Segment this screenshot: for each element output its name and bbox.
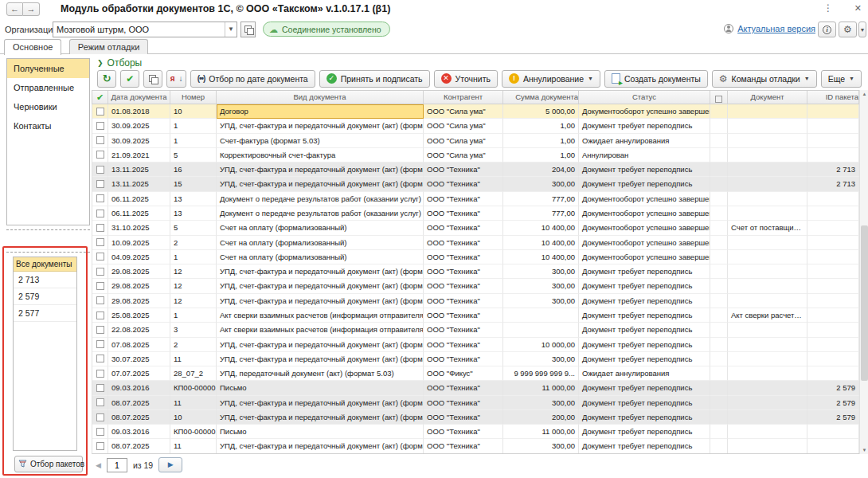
tab-main[interactable]: Основное [4,39,61,55]
sidebar-item[interactable]: Отправленные [7,78,89,97]
cell-number: 5 [170,221,217,235]
row-checkbox[interactable] [96,253,104,261]
cell-doc-type: УПД, счет-фактура и передаточный докумен… [217,338,424,352]
scroll-down-icon[interactable]: ▼ [860,448,868,453]
settings-button[interactable]: ⚙ [839,22,857,37]
prev-page-icon[interactable]: ◀ [96,461,101,469]
row-checkbox[interactable] [96,282,104,290]
sidebar-item[interactable]: Черновики [7,97,89,116]
column-header-doc-type[interactable]: Вид документа [217,91,424,104]
row-checkbox[interactable] [96,442,104,450]
table-row[interactable]: 13.11.2025 16 УПД, счет-фактура и переда… [92,163,859,177]
column-header-flag[interactable] [710,91,728,104]
column-header-document[interactable]: Документ [728,91,807,104]
table-row[interactable]: 25.08.2025 1 Акт сверки взаимных расчето… [92,308,859,323]
organization-input[interactable] [53,22,225,37]
table-row[interactable]: 08.07.2025 11 УПД, счет-фактура и переда… [92,396,859,410]
table-row[interactable]: 29.08.2025 12 УПД, счет-фактура и переда… [92,294,859,308]
window-options-button[interactable]: ▼ [858,22,866,37]
row-checkbox[interactable] [96,326,104,334]
table-row[interactable]: 29.08.2025 12 УПД, счет-фактура и переда… [92,279,859,293]
row-checkbox[interactable] [96,268,104,276]
row-checkbox[interactable] [96,370,104,378]
table-row[interactable]: 01.08.2018 10 Договор ООО "Сила ума" 5 0… [92,104,859,119]
sidebar-item[interactable]: Полученные [7,59,89,78]
table-row[interactable]: 22.08.2025 3 Акт сверки взаимных расчето… [92,323,859,337]
set-marks-button[interactable]: ✔ [120,70,139,88]
column-header-status[interactable]: Статус [579,91,710,104]
table-row[interactable]: 07.07.2025 28_07_2 УПД, передаточный док… [92,366,859,381]
copy-button[interactable] [143,70,162,88]
table-row[interactable]: 13.11.2025 15 УПД, счет-фактура и переда… [92,177,859,191]
table-row[interactable]: 30.09.2025 1 УПД, счет-фактура и передат… [92,119,859,133]
row-checkbox[interactable] [96,355,104,362]
table-row[interactable]: 29.08.2025 12 УПД, счет-фактура и переда… [92,264,859,279]
row-checkbox[interactable] [96,413,104,421]
cell-counterparty: ООО "Техника" [424,410,503,425]
tab-debug-mode[interactable]: Режим отладки [69,39,149,54]
chevron-down-icon[interactable]: ▼ [225,22,237,37]
create-documents-button[interactable]: Создать документы [604,70,708,88]
table-row[interactable]: 10.09.2025 2 Счет на оплату (формализова… [92,236,859,250]
scrollbar-thumb[interactable] [861,225,868,381]
close-icon[interactable]: ✕ [854,3,862,14]
table-row[interactable]: 09.03.2016 КП00-000001 Письмо ООО "Техни… [92,425,859,439]
row-checkbox[interactable] [96,151,104,159]
organization-open-button[interactable] [240,22,256,37]
row-checkbox[interactable] [96,384,104,392]
refresh-button[interactable]: ↻ [97,70,116,88]
clarify-button[interactable]: ✕ Уточнить [434,70,498,88]
row-checkbox[interactable] [96,166,104,174]
sidebar-item[interactable]: Контакты [7,116,89,135]
vertical-scrollbar[interactable]: ▲ ▼ [859,90,868,454]
row-checkbox[interactable] [96,311,104,319]
accept-and-sign-button[interactable]: ✓ Принять и подписать [319,70,430,88]
table-row[interactable]: 09.03.2016 КП00-000001 Письмо ООО "Техни… [92,381,859,395]
forward-button[interactable]: → [23,2,40,16]
sidebar-splitter-top[interactable] [6,229,90,230]
column-header-counterparty[interactable]: Контрагент [424,91,503,104]
page-number-input[interactable] [107,458,127,472]
scroll-up-icon[interactable]: ▲ [860,92,868,96]
row-checkbox[interactable] [96,296,104,304]
filters-group-header[interactable]: ❯ Отборы [97,57,142,69]
next-page-button[interactable]: ▶ [158,457,182,472]
row-checkbox[interactable] [96,398,104,406]
select-all-header[interactable]: ✔ [92,91,108,104]
table-row[interactable]: 06.11.2025 13 Документ о передаче резуль… [92,206,859,221]
table-row[interactable]: 31.10.2025 5 Счет на оплату (формализова… [92,221,859,235]
row-checkbox[interactable] [96,238,104,246]
table-row[interactable]: 04.09.2025 1 Счет на оплату (формализова… [92,250,859,264]
info-button[interactable]: i [818,22,836,37]
row-checkbox[interactable] [96,340,104,348]
row-checkbox[interactable] [96,210,104,217]
row-checkbox[interactable] [96,108,104,116]
cell-counterparty: ООО "Техника" [424,206,503,221]
column-header-date[interactable]: Дата документа [108,91,170,104]
row-checkbox[interactable] [96,428,104,436]
table-row[interactable]: 21.09.2021 5 Корректировочный счет-факту… [92,148,859,163]
debug-commands-button[interactable]: ⚙ Команды отладки ▼ [712,70,817,88]
table-row[interactable]: 08.07.2025 11 УПД, счет-фактура и переда… [92,439,859,453]
column-header-amount[interactable]: Сумма документа [503,91,579,104]
back-button[interactable]: ← [6,2,23,16]
row-checkbox[interactable] [96,136,104,144]
annulment-button[interactable]: ! Аннулирование ▼ [502,70,600,88]
window-menu-icon[interactable]: ⋮ [823,2,833,14]
row-checkbox[interactable] [96,194,104,202]
more-button[interactable]: Еще ▼ [821,70,862,88]
table-row[interactable]: 06.11.2025 13 Документ о передаче резуль… [92,192,859,206]
filter-by-date-button[interactable]: (••) Отбор по дате документа [190,70,315,88]
table-row[interactable]: 30.09.2025 1 Счет-фактура (формат 5.03) … [92,134,859,148]
column-header-package-id[interactable]: ID пакета [807,91,859,104]
row-checkbox[interactable] [96,122,104,130]
row-checkbox[interactable] [96,224,104,232]
organization-combobox[interactable]: ▼ [53,22,237,37]
column-header-number[interactable]: Номер [170,91,217,104]
table-row[interactable]: 08.07.2025 10 УПД, счет-фактура и переда… [92,410,859,425]
actual-version-link[interactable]: Актуальная версия [737,24,815,33]
table-row[interactable]: 30.07.2025 11 УПД, счет-фактура и переда… [92,352,859,366]
sort-button[interactable]: я↓ [166,70,186,88]
row-checkbox[interactable] [96,180,104,188]
table-row[interactable]: 07.08.2025 2 УПД, счет-фактура и передат… [92,338,859,352]
